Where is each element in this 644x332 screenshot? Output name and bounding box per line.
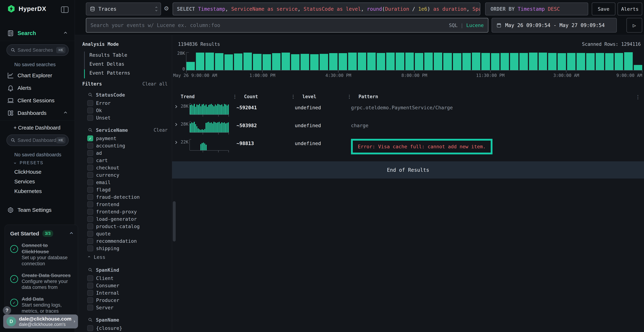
table-row[interactable]: 28K ~503982 undefined charge [172,119,644,137]
histogram-bar[interactable] [415,53,423,70]
expand-row-icon[interactable] [174,105,177,108]
histogram-bar[interactable] [472,52,480,70]
histogram-bar[interactable] [634,65,642,70]
filter-option[interactable]: checkout [75,164,172,171]
histogram-bar[interactable] [615,53,623,70]
filter-option[interactable]: accounting [75,142,172,149]
saved-dashboards-field[interactable] [18,138,56,143]
filter-clear-button[interactable]: Clear [154,127,168,133]
checkbox[interactable] [87,238,93,244]
drag-handle-icon[interactable]: ⋮ [232,94,237,99]
preset-item[interactable]: Services [14,178,89,184]
histogram-bar[interactable] [186,62,195,70]
filter-option[interactable]: frontend-proxy [75,208,172,215]
sidebar-item-team-settings[interactable]: Team Settings [0,205,75,215]
sidebar-item-chart-explorer[interactable]: Chart Explorer [0,71,75,80]
analysis-tab-event-patterns[interactable]: Event Patterns [90,68,130,77]
histogram-bar[interactable] [558,53,566,70]
histogram-bar[interactable] [339,53,347,70]
sidebar-collapse-icon[interactable] [61,6,68,13]
histogram-bar[interactable] [272,53,280,70]
filter-option[interactable]: ad [75,149,172,157]
checkbox[interactable] [87,224,93,229]
preset-item[interactable]: ClickHouse [14,169,89,175]
chevron-up-icon[interactable] [64,32,67,35]
get-started-item[interactable]: ✓ Connect to ClickHouse Set up your data… [10,242,72,267]
lang-sql-toggle[interactable]: SQL [449,22,458,28]
filter-option[interactable]: recommendation [75,237,172,245]
col-header-trend[interactable]: Trend [181,94,236,99]
chevron-up-icon[interactable] [70,232,73,235]
histogram-bar[interactable] [529,52,538,70]
histogram-bar[interactable] [539,52,547,70]
checkbox[interactable] [87,231,93,237]
get-started-item[interactable]: ✓ Create Data Sources Configure where yo… [10,272,72,291]
checkbox[interactable] [87,305,93,310]
filter-option[interactable]: {closure} [75,324,172,332]
histogram-bar[interactable] [482,53,490,70]
filter-option[interactable]: load-generator [75,215,172,223]
table-options-icon[interactable]: ⋮ [636,94,640,100]
drag-handle-icon[interactable]: ⋮ [291,94,296,99]
expand-row-icon[interactable] [174,123,177,126]
filter-option[interactable]: fraud-detection [75,193,172,201]
col-header-pattern[interactable]: ⋮Pattern [351,94,644,99]
gear-icon[interactable]: ⚙ [164,4,168,12]
histogram-bar[interactable] [434,52,442,70]
checkbox[interactable] [87,194,93,200]
histogram-bar[interactable] [253,54,261,70]
histogram-bar[interactable] [567,53,576,70]
histogram-bar[interactable] [624,52,632,70]
checkbox[interactable] [87,202,93,207]
help-button[interactable]: ? [3,306,11,314]
expand-row-icon[interactable] [174,141,177,144]
order-by-editor[interactable]: ORDER BY Timestamp DESC [485,2,588,16]
histogram-bar[interactable] [605,53,614,70]
pattern-cell[interactable]: Error: Visa cache full: cannot add new i… [351,139,644,154]
histogram-bar[interactable] [520,53,528,70]
sql-editor[interactable]: SELECT Timestamp, ServiceName as service… [173,2,480,16]
checkbox[interactable] [87,158,93,163]
checkbox[interactable] [87,283,93,288]
filter-option[interactable]: frontend [75,201,172,208]
checkbox[interactable] [87,143,93,149]
sidebar-item-alerts[interactable]: Alerts [0,83,75,93]
filter-option[interactable]: currency [75,171,172,179]
histogram-bar[interactable] [424,52,433,70]
saved-searches-field[interactable] [18,48,56,53]
histogram-bar[interactable] [491,53,500,70]
histogram-bar[interactable] [576,53,585,70]
histogram-bar[interactable] [510,53,518,70]
scrollbar-thumb[interactable] [173,201,176,242]
saved-dashboards-input[interactable]: ⌘K [6,134,69,146]
search-icon[interactable] [88,318,93,322]
checkbox[interactable] [87,297,93,303]
checkbox[interactable] [87,115,93,121]
filter-option[interactable]: Client [75,274,172,282]
histogram-bar[interactable] [262,54,271,70]
histogram-bar[interactable] [234,54,242,70]
histogram-bar[interactable] [291,54,300,70]
histogram-bar[interactable] [215,53,224,70]
table-row[interactable]: 22K ~98813 undefined Error: Visa cache f… [172,137,644,158]
filter-option[interactable]: Error [75,100,172,107]
filter-option[interactable]: Consumer [75,282,172,289]
analysis-tab-results-table[interactable]: Results Table [90,50,130,60]
presets-toggle[interactable]: PRESETS [14,160,44,165]
clear-all-button[interactable]: Clear all [142,81,168,86]
pattern-cell[interactable]: charge [351,121,644,128]
preset-item[interactable]: Kubernetes [14,188,89,194]
source-select[interactable]: Traces [86,2,161,16]
checkbox[interactable] [87,246,93,251]
user-menu[interactable]: D dale@clickhouse.com dale@clickhouse.co… [3,314,78,328]
histogram-bar[interactable] [367,52,376,70]
histogram-bar[interactable] [348,52,356,70]
filter-option[interactable]: shipping [75,245,172,252]
filter-option[interactable]: email [75,179,172,186]
highlighted-pattern[interactable]: Error: Visa cache full: cannot add new i… [351,139,492,154]
filter-option[interactable]: Ok [75,107,172,114]
checkbox[interactable] [87,150,93,156]
checkbox[interactable] [87,108,93,114]
histogram-bar[interactable] [205,52,214,70]
alerts-button[interactable]: Alerts [618,2,642,16]
